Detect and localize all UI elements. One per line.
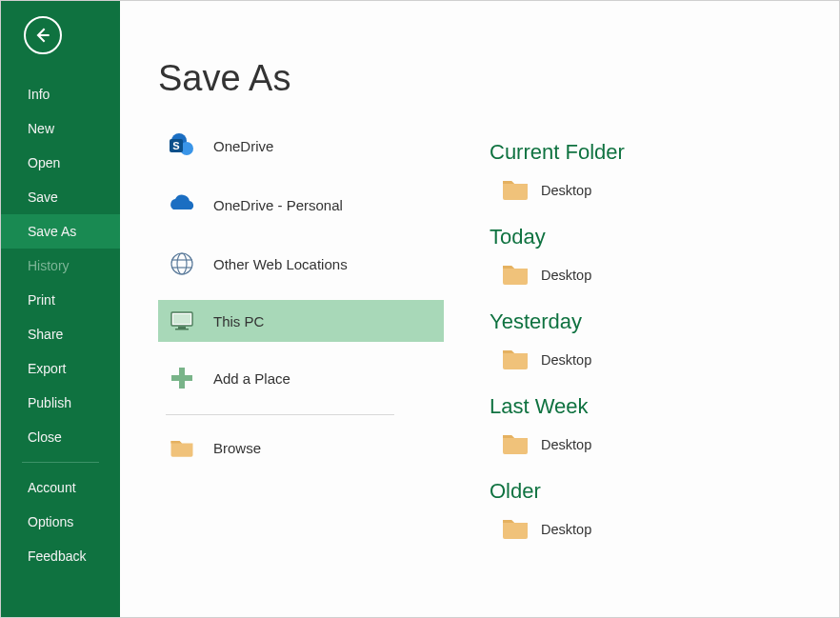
recent-folder-label: Desktop: [541, 522, 591, 537]
location-browse[interactable]: Browse: [158, 425, 444, 470]
recent-heading: Older: [490, 479, 775, 504]
folder-icon: [501, 346, 530, 373]
location-add-a-place[interactable]: Add a Place: [158, 355, 444, 401]
recent-heading: Current Folder: [490, 140, 775, 165]
svg-rect-20: [173, 314, 190, 324]
location-this-pc[interactable]: This PC: [158, 300, 444, 342]
folder-icon: [501, 261, 530, 289]
back-button[interactable]: [24, 16, 62, 54]
nav-footer-list: AccountOptionsFeedback: [1, 470, 120, 573]
recent-folder-item[interactable]: Desktop: [490, 427, 775, 462]
nav-item-history: History: [1, 249, 120, 283]
page-title: Save As: [158, 58, 290, 99]
web-icon: [166, 248, 198, 280]
recent-group-last-week: Last WeekDesktop: [490, 394, 775, 462]
backstage-window: ? InfoNewOpenSaveSave AsHistoryPrintShar…: [0, 0, 840, 618]
nav-item-open[interactable]: Open: [1, 146, 120, 180]
svg-rect-24: [171, 375, 192, 381]
recent-folder-item[interactable]: Desktop: [490, 172, 775, 208]
recent-heading: Today: [490, 225, 775, 249]
recent-heading: Last Week: [490, 394, 775, 419]
location-label: OneDrive - Personal: [213, 197, 343, 213]
nav-item-account[interactable]: Account: [1, 470, 120, 505]
nav-item-options[interactable]: Options: [1, 505, 120, 539]
recent-group-current-folder: Current FolderDesktop: [490, 140, 775, 208]
nav-item-share[interactable]: Share: [1, 317, 120, 351]
nav-item-info[interactable]: Info: [1, 77, 120, 111]
location-label: This PC: [213, 313, 264, 329]
folder-icon: [501, 430, 530, 458]
nav-separator: [22, 462, 99, 463]
folder-icon: [166, 431, 198, 464]
folder-icon: [501, 176, 530, 204]
pc-icon: [166, 305, 198, 337]
recent-heading: Yesterday: [490, 309, 775, 334]
location-label: Browse: [213, 440, 261, 456]
plus-icon: [166, 362, 198, 394]
svg-point-15: [171, 253, 192, 274]
recent-folder-item[interactable]: Desktop: [490, 342, 775, 377]
onedrive-icon: [166, 189, 198, 221]
locations-column: SOneDriveOneDrive - PersonalOther Web Lo…: [158, 123, 444, 617]
location-onedrive[interactable]: SOneDrive: [158, 123, 444, 169]
backstage-sidebar: InfoNewOpenSaveSave AsHistoryPrintShareE…: [1, 1, 120, 617]
svg-rect-22: [175, 329, 189, 330]
recent-column: Current FolderDesktopTodayDesktopYesterd…: [490, 140, 775, 617]
recent-group-yesterday: YesterdayDesktop: [490, 309, 775, 377]
location-label: Other Web Locations: [213, 256, 348, 272]
nav-list: InfoNewOpenSaveSave AsHistoryPrintShareE…: [1, 77, 120, 454]
recent-group-older: OlderDesktop: [490, 479, 775, 547]
nav-item-export[interactable]: Export: [1, 351, 120, 386]
nav-item-save[interactable]: Save: [1, 180, 120, 214]
svg-point-16: [177, 253, 187, 274]
recent-folder-label: Desktop: [541, 352, 591, 368]
main-pane: Save As SOneDriveOneDrive - PersonalOthe…: [120, 1, 839, 617]
nav-item-save-as[interactable]: Save As: [1, 214, 120, 249]
locations-separator: [166, 414, 394, 415]
location-label: Add a Place: [213, 370, 290, 387]
recent-folder-item[interactable]: Desktop: [490, 511, 775, 547]
nav-item-publish[interactable]: Publish: [1, 386, 120, 420]
svg-text:S: S: [172, 140, 179, 151]
nav-item-close[interactable]: Close: [1, 420, 120, 454]
location-onedrive-personal[interactable]: OneDrive - Personal: [158, 182, 444, 228]
nav-item-print[interactable]: Print: [1, 283, 120, 317]
recent-group-today: TodayDesktop: [490, 225, 775, 292]
location-other-web-locations[interactable]: Other Web Locations: [158, 241, 444, 287]
svg-rect-21: [178, 327, 186, 329]
recent-folder-item[interactable]: Desktop: [490, 257, 775, 292]
sharepoint-icon: S: [166, 130, 198, 162]
nav-item-new[interactable]: New: [1, 111, 120, 146]
location-label: OneDrive: [213, 138, 273, 154]
nav-item-feedback[interactable]: Feedback: [1, 539, 120, 573]
folder-icon: [501, 515, 530, 543]
recent-folder-label: Desktop: [541, 268, 591, 283]
recent-folder-label: Desktop: [541, 183, 591, 198]
recent-folder-label: Desktop: [541, 437, 591, 452]
